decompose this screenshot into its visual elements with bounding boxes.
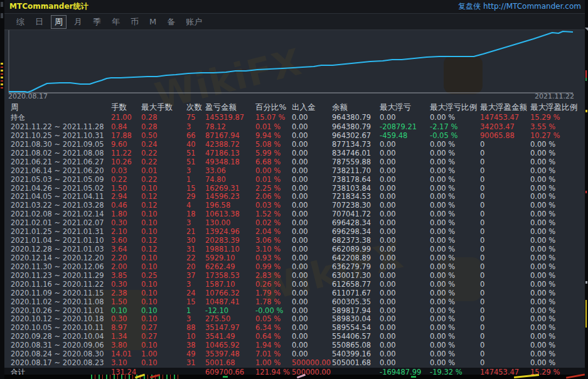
cell-4: 42388.72 <box>205 140 240 149</box>
brand-link[interactable]: 复盘侠 http://MTCommander.com <box>458 1 581 12</box>
cell-1: 3.60 <box>111 236 127 245</box>
cell-1: 2.38 <box>111 289 127 297</box>
table-row[interactable]: 2021.11.22 ~ 2021.11.280.840.28378.120.0… <box>4 122 580 131</box>
menu-item-4[interactable]: 月 <box>71 16 85 28</box>
menu-item-6[interactable]: 年 <box>109 16 123 28</box>
table-row[interactable]: 2021.05.03 ~ 2021.05.090.220.22174.800.0… <box>4 175 580 184</box>
cell-9: 0.00 % <box>430 236 455 245</box>
cell-4: 10465.92 <box>205 341 240 350</box>
menu-item-5[interactable]: 季 <box>90 16 104 28</box>
cell-9: 0.00 % <box>430 341 455 350</box>
cell-2: 0.25 <box>141 271 158 280</box>
table-row[interactable]: 2020.08.24 ~ 2020.08.3014.011.004935397.… <box>4 350 580 358</box>
cell-0: 2020.11.23 ~ 2020.11.29 <box>11 271 104 280</box>
menu-item-2[interactable]: 日 <box>32 16 46 28</box>
table-row[interactable]: 2021.02.08 ~ 2021.02.141.800.101810613.3… <box>4 210 580 218</box>
position-row[interactable]: 持仓21.000.2875145319.8715.07 %0.00964380.… <box>4 113 580 122</box>
cell-6: 0.00 <box>292 122 308 131</box>
cell-5: 0.01 % <box>255 122 281 131</box>
cell-4: 275.50 <box>205 314 230 323</box>
cell-9: 0.00 % <box>430 227 455 236</box>
cell-5: 2.25 % <box>255 184 281 193</box>
background-window-left-edge <box>0 0 4 379</box>
cell-1: 2.10 <box>111 227 127 236</box>
cell-10: 90065.88 <box>480 131 515 140</box>
menu-item-8[interactable]: M <box>146 16 159 27</box>
cell-2: 0.24 <box>141 140 158 149</box>
cell-6: 0.00 <box>292 166 308 175</box>
cell-11: 0.00 % <box>530 157 555 166</box>
cell-0: 2021.06.14 ~ 2021.06.20 <box>11 166 104 175</box>
cell-5: 0.02 % <box>255 218 281 227</box>
cell-8: 0.00 <box>380 210 396 218</box>
cell-9: 0.00 % <box>430 254 455 262</box>
cell-11: 0.00 % <box>530 262 555 271</box>
table-row[interactable]: 2020.11.09 ~ 2020.11.152.380.102410766.3… <box>4 289 580 297</box>
cell-2: 0.10 <box>141 314 158 323</box>
cell-9: 0.00 % <box>430 166 455 175</box>
cell-3: 88 <box>186 323 196 332</box>
cell-7: 964380.79 <box>332 113 371 122</box>
table-row[interactable]: 2020.11.16 ~ 2020.11.220.300.1031587.100… <box>4 280 580 289</box>
menu-item-10[interactable]: 账户 <box>183 16 205 28</box>
table-row[interactable]: 2020.09.28 ~ 2020.10.041.340.27103541.49… <box>4 332 580 341</box>
table-row[interactable]: 2021.08.02 ~ 2021.08.0811.220.225147186.… <box>4 149 580 157</box>
table-row[interactable]: 2021.06.14 ~ 2021.06.200.030.01333.060.0… <box>4 166 580 175</box>
cell-11: 0.00 % <box>530 218 555 227</box>
cell-11: 0.00 % <box>530 166 555 175</box>
table-row[interactable]: 2020.12.28 ~ 2021.01.033.640.123119881.1… <box>4 245 580 254</box>
cell-10: 0 <box>480 289 484 297</box>
table-row[interactable]: 2021.04.05 ~ 2021.04.112.940.122914596.2… <box>4 192 580 201</box>
table-row[interactable]: 2021.04.26 ~ 2021.05.021.500.101516269.3… <box>4 184 580 193</box>
table-row[interactable]: 2021.06.21 ~ 2021.06.2710.260.225149348.… <box>4 157 580 166</box>
background-window-bottom-strip <box>4 375 585 379</box>
cell-10: 0 <box>480 350 484 358</box>
cell-8: 0.00 <box>380 227 396 236</box>
menu-item-3[interactable]: 周 <box>51 15 67 29</box>
cell-1: 1.34 <box>111 332 127 341</box>
table-row[interactable]: 2020.10.12 ~ 2020.10.180.300.103275.500.… <box>4 314 580 323</box>
cell-2: 0.10 <box>141 184 158 193</box>
cell-2: 0.12 <box>141 192 158 201</box>
cell-11: 0.00 % <box>530 245 555 254</box>
table-row[interactable]: 2020.11.30 ~ 2020.12.062.000.10206262.49… <box>4 262 580 271</box>
cell-4: 1587.10 <box>205 280 235 289</box>
menu-item-1[interactable]: 综 <box>13 16 28 28</box>
table-row[interactable]: 2020.12.14 ~ 2020.12.202.200.10225929.10… <box>4 254 580 262</box>
cell-4: 145319.87 <box>205 113 244 122</box>
cell-10: 0 <box>480 192 484 201</box>
table-row[interactable]: 2021.08.30 ~ 2021.09.059.600.244042388.7… <box>4 140 580 149</box>
table-row[interactable]: 2021.10.25 ~ 2021.10.3117.880.506687167.… <box>4 131 580 140</box>
cell-2: 0.12 <box>141 236 158 245</box>
cell-10: 0 <box>480 358 484 367</box>
cell-2: 0.27 <box>141 323 158 332</box>
table-row[interactable]: 2021.01.25 ~ 2021.01.312.100.102113924.9… <box>4 227 580 236</box>
table-row[interactable]: 2021.01.04 ~ 2021.01.103.600.123020283.3… <box>4 236 580 245</box>
cell-6: 0.00 <box>292 271 308 280</box>
cell-7: 964302.67 <box>332 131 371 140</box>
cell-3: 3 <box>186 218 191 227</box>
statistics-window: MTCommander统计 复盘侠 http://MTCommander.com… <box>4 0 585 379</box>
table-row[interactable]: 2020.11.02 ~ 2020.11.081.500.101510487.4… <box>4 297 580 306</box>
cell-0: 2020.08.31 ~ 2020.09.06 <box>11 341 104 350</box>
table-row[interactable]: 2021.02.01 ~ 2021.02.070.300.103130.000.… <box>4 218 580 227</box>
cell-1: 21.00 <box>111 113 132 122</box>
table-header-row: 周手数最大手数次数盈亏金额百分比%出入金余额最大浮亏最大浮亏比例最大浮盈金额最大… <box>4 102 580 112</box>
table-row[interactable]: 2020.08.17 ~ 2020.08.233.100.10315001.68… <box>4 358 580 367</box>
cell-7: 707238.30 <box>332 201 371 210</box>
titlebar[interactable]: MTCommander统计 复盘侠 http://MTCommander.com <box>4 0 585 14</box>
menu-item-7[interactable]: 币 <box>127 16 142 28</box>
cell-11: 0.00 % <box>530 149 555 157</box>
cell-9: 0.00 % <box>430 210 455 218</box>
cell-6: 500000.00 <box>292 358 331 367</box>
menu-item-9[interactable]: 备 <box>164 16 178 28</box>
cell-3: 30 <box>186 236 196 245</box>
table-row[interactable]: 2020.11.23 ~ 2020.11.293.850.253717358.5… <box>4 271 580 280</box>
cell-0: 2020.08.17 ~ 2020.08.23 <box>11 358 104 367</box>
table-row[interactable]: 2020.08.31 ~ 2020.09.063.800.103810465.9… <box>4 341 580 350</box>
table-row[interactable]: 2020.10.05 ~ 2020.10.118.970.278835147.9… <box>4 323 580 332</box>
table-row[interactable]: 2020.10.26 ~ 2020.11.010.100.101-12.10-0… <box>4 306 580 315</box>
table-row[interactable]: 2021.03.22 ~ 2021.03.280.460.124196.580.… <box>4 201 580 210</box>
cell-4: 20283.39 <box>205 236 240 245</box>
cell-10: 0 <box>480 306 484 315</box>
